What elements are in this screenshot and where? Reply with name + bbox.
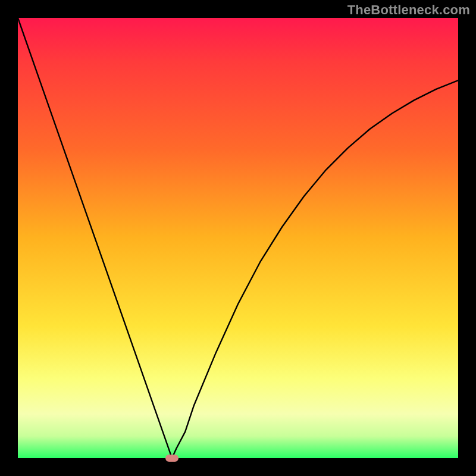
bottleneck-curve	[18, 18, 458, 458]
plot-area	[18, 18, 458, 458]
watermark-text: TheBottleneck.com	[347, 2, 470, 18]
curve-svg	[18, 18, 458, 458]
chart-frame: TheBottleneck.com	[0, 0, 476, 476]
optimum-marker	[165, 455, 178, 462]
